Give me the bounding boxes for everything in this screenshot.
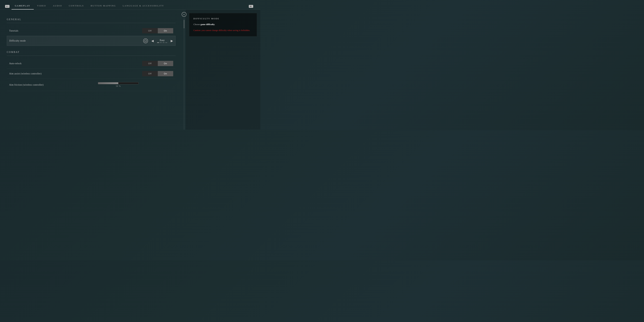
dot-2 [160, 42, 162, 43]
difficulty-selector: ◀ Easy ▶ [143, 38, 173, 43]
tutorials-off-button[interactable]: Off [142, 28, 158, 34]
combat-section-header: Combat [7, 51, 176, 54]
aim-friction-slider-fill [98, 82, 118, 84]
difficulty-prev-button[interactable]: ◀ [151, 39, 154, 43]
tab-controls[interactable]: Controls [66, 3, 87, 10]
right-bumper-badge: R1 [249, 5, 253, 8]
auto-relock-off-button[interactable]: Off [142, 61, 158, 66]
tab-button-mapping[interactable]: Button Mapping [87, 3, 119, 10]
difficulty-dots [157, 42, 167, 43]
tab-audio[interactable]: Audio [50, 3, 66, 10]
aim-assist-label: Aim assist (wireless controller) [9, 72, 142, 75]
difficulty-mode-icon [143, 38, 148, 43]
combat-divider [7, 56, 176, 56]
tab-video[interactable]: Video [34, 3, 50, 10]
aim-friction-label: Aim friction (wireless controller) [9, 84, 56, 86]
info-description: Choose game difficulty. [193, 23, 253, 26]
scroll-indicator: R [182, 10, 186, 130]
difficulty-next-button[interactable]: ▶ [171, 39, 173, 43]
info-card: Difficulty Mode Choose game difficulty. … [189, 13, 257, 36]
scroll-button[interactable]: R [182, 12, 186, 17]
aim-assist-on-button[interactable]: On [158, 71, 173, 76]
difficulty-mode-label: Difficulty mode [9, 40, 143, 42]
aim-friction-setting-row: Aim friction (wireless controller) 50 % [7, 79, 176, 91]
general-section-header: General [7, 18, 176, 21]
tutorials-on-button[interactable]: On [158, 28, 173, 34]
tutorials-label: Tutorials [9, 30, 142, 32]
dot-4 [165, 42, 167, 43]
auto-relock-toggle-group: Off On [142, 61, 173, 66]
aim-friction-value-label: 50 % [116, 85, 121, 88]
scroll-thumb [184, 20, 184, 28]
info-warning: Caution: you cannot change difficulty wh… [193, 29, 253, 32]
tab-language-accessibility[interactable]: Language & Accessibility [119, 3, 168, 10]
tutorials-toggle-group: Off On [142, 28, 173, 34]
aim-assist-off-button[interactable]: Off [142, 71, 158, 76]
info-description-bold: game difficulty [200, 23, 214, 26]
dot-1 [157, 42, 159, 43]
tutorials-setting-row: Tutorials Off On [7, 26, 176, 36]
dot-3 [162, 42, 164, 43]
difficulty-mode-setting-row: Difficulty mode ◀ Easy ▶ [7, 36, 176, 46]
aim-assist-setting-row: Aim assist (wireless controller) Off On [7, 69, 176, 79]
aim-assist-toggle-group: Off On [142, 71, 173, 76]
difficulty-value: Easy [157, 39, 167, 42]
auto-relock-setting-row: Auto-relock Off On [7, 58, 176, 69]
auto-relock-label: Auto-relock [9, 62, 142, 65]
info-panel: Difficulty Mode Choose game difficulty. … [186, 10, 260, 130]
aim-friction-slider-track[interactable] [98, 82, 139, 84]
settings-panel: General Tutorials Off On Difficulty mode… [0, 10, 182, 130]
left-bumper-badge: L1 [5, 5, 10, 8]
auto-relock-on-button[interactable]: On [158, 61, 173, 66]
navigation-bar: L1 Gameplay Video Audio Controls Button … [0, 0, 260, 10]
info-title: Difficulty Mode [193, 17, 253, 20]
aim-friction-slider-container: 50 % [64, 82, 173, 88]
scroll-track [184, 18, 184, 130]
tab-gameplay[interactable]: Gameplay [12, 3, 34, 10]
main-content: General Tutorials Off On Difficulty mode… [0, 10, 260, 130]
